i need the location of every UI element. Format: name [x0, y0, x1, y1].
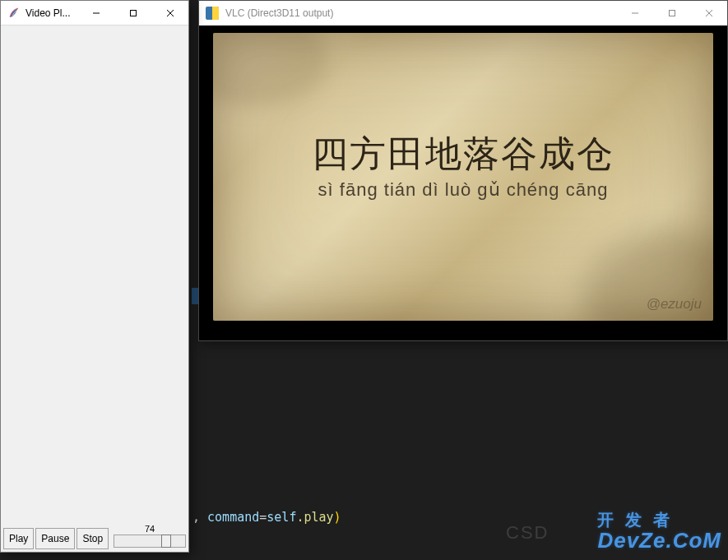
close-button[interactable]: [151, 1, 188, 25]
maximize-button[interactable]: [653, 1, 690, 25]
svg-rect-5: [130, 10, 136, 16]
play-button[interactable]: Play: [3, 528, 34, 549]
video-pinyin-text: sì fāng tián dì luò gǔ chéng cāng: [213, 179, 713, 201]
csdn-watermark: CSD: [506, 522, 549, 544]
tk-title: Video Pl...: [26, 7, 70, 19]
devze-watermark-en: DevZe.CoM: [597, 528, 721, 553]
video-author-handle: @ezuoju: [647, 296, 702, 312]
slider-track[interactable]: [114, 535, 186, 548]
code-text: self: [267, 502, 296, 533]
vlc-window: VLC (Direct3D11 output) 四方田地落谷成仓 sì fāng…: [198, 0, 728, 341]
code-text: command: [207, 502, 259, 533]
minimize-button[interactable]: [77, 1, 114, 25]
vlc-title: VLC (Direct3D11 output): [225, 7, 333, 19]
pause-button[interactable]: Pause: [35, 528, 75, 549]
volume-slider[interactable]: 74: [114, 524, 186, 551]
tk-controls: Play Pause Stop 74: [2, 524, 188, 551]
close-button[interactable]: [690, 1, 727, 25]
svg-rect-1: [669, 11, 675, 16]
python-icon: [206, 7, 219, 20]
video-frame: 四方田地落谷成仓 sì fāng tián dì luò gǔ chéng cā…: [213, 33, 713, 321]
code-text: .play: [296, 502, 333, 533]
stop-button[interactable]: Stop: [77, 528, 109, 549]
code-text: ): [334, 502, 341, 533]
volume-value: 74: [114, 524, 186, 534]
tk-body: [2, 26, 188, 524]
vlc-video-area[interactable]: 四方田地落谷成仓 sì fāng tián dì luò gǔ chéng cā…: [200, 26, 726, 340]
tk-titlebar[interactable]: Video Pl...: [1, 1, 188, 25]
tk-feather-icon: [7, 7, 21, 20]
devze-watermark: 开 发 者 DevZe.CoM: [597, 511, 721, 553]
devze-watermark-cn: 开 发 者: [597, 511, 721, 528]
video-chinese-text: 四方田地落谷成仓: [213, 130, 713, 178]
code-text: ,: [192, 502, 207, 533]
tk-video-player-window: Video Pl... Play Pause Stop 74: [0, 0, 189, 553]
code-text: =: [259, 502, 267, 533]
minimize-button[interactable]: [616, 1, 653, 25]
vlc-titlebar[interactable]: VLC (Direct3D11 output): [199, 1, 727, 25]
maximize-button[interactable]: [114, 1, 151, 25]
slider-thumb[interactable]: [161, 535, 171, 548]
